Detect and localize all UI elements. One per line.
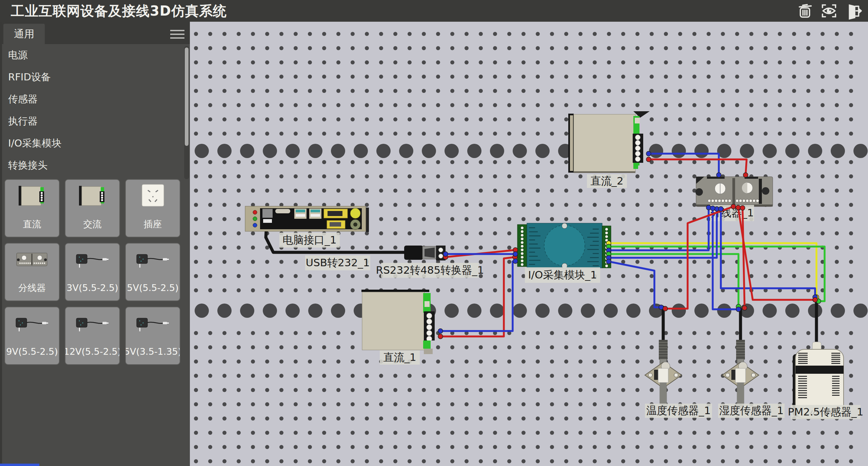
palette-card-psu[interactable]: 直流 [4,179,60,237]
app-title: 工业互联网设备及接线3D仿真系统 [11,2,227,20]
device-temperature-sensor[interactable] [645,340,682,408]
svg-text:PM2.5传感器_1: PM2.5传感器_1 [788,406,864,418]
palette-card-label: 9V(5.5-2.5) [6,347,58,357]
palette-card-psu[interactable]: 交流 [65,179,120,237]
menu-scrollbar[interactable] [184,46,189,179]
delete-icon[interactable] [796,2,814,20]
palette-card-splitter[interactable]: 分线器 [4,243,60,301]
category-menu: 电源RFID设备传感器执行器I/O采集模块转换接头 [0,44,183,176]
sidebar-menu-item[interactable]: 电源 [0,44,183,66]
bottom-accent-bar [0,464,39,466]
wire-blue[interactable] [609,261,661,307]
tab-general[interactable]: 通用 [3,24,45,44]
device-usb-to-232[interactable] [404,246,446,260]
adapter-thumbnail [125,244,180,284]
adapter-thumbnail [65,244,120,284]
palette-card-adapter[interactable]: 3V(5.5-2.5) [65,243,120,301]
svg-text:电脑接口_1: 电脑接口_1 [282,234,336,246]
tab-bar: 通用 [0,22,190,44]
wire-green[interactable] [609,254,738,307]
device-io-module[interactable] [517,223,611,269]
tab-label: 通用 [14,27,34,41]
palette-card-label: 3V(5.5-2.5) [66,283,118,293]
sidebar-menu-item[interactable]: RFID设备 [0,66,183,88]
palette-card-adapter[interactable]: 9V(5.5-2.5) [4,307,60,365]
device-label: 电脑接口_1 [279,233,340,248]
device-label: 直流_1 [380,350,420,365]
device-label: RS232转485转换器_1 [376,263,484,278]
menu-icon[interactable] [170,30,184,39]
palette-card-adapter[interactable]: 5V(3.5-1.35) [125,307,180,365]
device-pc-port-panel[interactable] [245,206,369,232]
device-label: 直流_2 [587,174,627,188]
svg-text:直流_2: 直流_2 [590,175,623,187]
scrollbar-thumb[interactable] [185,47,189,146]
palette-card-adapter[interactable]: 12V(5.5-2.5) [65,307,120,365]
psu-thumbnail [65,180,120,220]
svg-text:湿度传感器_1: 湿度传感器_1 [719,404,784,416]
sidebar-menu-item[interactable]: 执行器 [0,110,183,132]
wire-red[interactable] [649,159,747,175]
device-label: I/O采集模块_1 [525,267,600,283]
palette-card-label: 插座 [144,219,162,229]
sidebar-menu-item[interactable]: 传感器 [0,88,183,110]
adapter-thumbnail [4,307,60,347]
device-palette: 直流 交流 插座 分线器 3V(5.5-2.5) 5V(5.5-2.5) [4,179,185,365]
palette-card-label: 分线器 [18,283,46,293]
exit-icon[interactable] [844,2,862,20]
svg-text:I/O采集模块_1: I/O采集模块_1 [528,269,597,281]
device-label: PM2.5传感器_1 [788,405,864,419]
psu-thumbnail [4,180,60,220]
palette-card-label: 交流 [83,219,102,229]
adapter-thumbnail [65,307,120,347]
svg-text:温度传感器_1: 温度传感器_1 [646,404,711,416]
palette-card-label: 5V(3.5-1.35) [125,347,180,357]
palette-card-label: 12V(5.5-2.5) [65,347,120,357]
device-splitter[interactable] [695,177,773,207]
svg-text:RS232转485转换器_1: RS232转485转换器_1 [376,264,484,276]
sidebar-menu-item[interactable]: 转换接头 [0,154,183,176]
splitter-thumbnail [4,244,60,284]
svg-text:USB转232_1: USB转232_1 [305,256,370,269]
wire-red[interactable] [743,208,745,308]
device-dc-power-1[interactable] [361,290,435,354]
device-label: USB转232_1 [305,255,370,270]
palette-card-adapter[interactable]: 5V(5.5-2.5) [125,243,180,301]
sidebar-menu-item[interactable]: I/O采集模块 [0,132,183,154]
device-dc-power-2[interactable] [568,111,650,173]
wire-red[interactable] [738,208,815,300]
svg-text:直流_1: 直流_1 [383,351,416,363]
palette-card-label: 直流 [23,219,41,229]
view-focus-icon[interactable] [820,2,838,20]
device-library-panel: 通用 电源RFID设备传感器执行器I/O采集模块转换接头 直流 交流 插座 [0,22,190,466]
device-humidity-sensor[interactable] [722,340,759,408]
title-bar: 工业互联网设备及接线3D仿真系统 [0,0,868,22]
adapter-thumbnail [125,307,180,347]
wire-blue[interactable] [721,209,815,297]
palette-card-socket[interactable]: 插座 [125,179,180,237]
palette-card-label: 5V(5.5-2.5) [127,283,178,293]
device-label: 温度传感器_1 [645,404,712,418]
device-label: 湿度传感器_1 [718,404,785,418]
socket-thumbnail [125,180,180,220]
